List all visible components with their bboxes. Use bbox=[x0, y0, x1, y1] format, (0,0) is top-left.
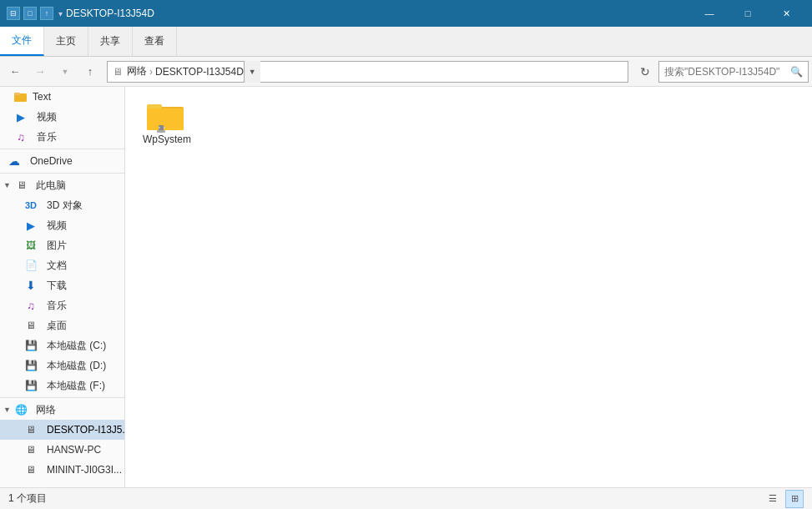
large-icon-view-button[interactable]: ⊞ bbox=[785, 490, 804, 508]
hansw-icon: 🖥 bbox=[23, 442, 38, 457]
titlebar-icon-1: ⊟ bbox=[7, 7, 20, 20]
detail-view-button[interactable]: ☰ bbox=[764, 490, 782, 508]
titlebar-quick-access: ⊟ □ ↑ bbox=[7, 7, 53, 20]
sidebar-item-3dobject[interactable]: 3D 3D 对象 bbox=[0, 195, 124, 215]
sidebar-item-diskd[interactable]: 💾 本地磁盘 (D:) bbox=[0, 355, 124, 375]
minint-icon: 🖥 bbox=[23, 462, 38, 477]
music-icon-1: ♫ bbox=[13, 129, 28, 144]
video-icon-1: ▶ bbox=[13, 109, 28, 124]
titlebar-icon-2: □ bbox=[23, 7, 37, 20]
search-box[interactable]: 🔍 bbox=[658, 61, 809, 83]
svg-rect-6 bbox=[157, 130, 165, 133]
statusbar-right: ☰ ⊞ bbox=[764, 490, 804, 508]
back-button[interactable]: ← bbox=[3, 60, 27, 83]
ribbon-tab-view[interactable]: 查看 bbox=[133, 27, 177, 56]
divider-2 bbox=[0, 173, 124, 174]
toolbar: ← → ▼ ↑ 🖥 网络 › DESKTOP-I13J54D ▼ ↻ 🔍 bbox=[0, 57, 812, 87]
svg-rect-1 bbox=[14, 93, 20, 95]
recent-locations-button[interactable]: ▼ bbox=[53, 60, 77, 83]
network-icon: 🌐 bbox=[14, 402, 29, 417]
search-input[interactable] bbox=[664, 66, 790, 78]
cloud-icon: ☁ bbox=[7, 154, 22, 169]
sidebar-item-doc[interactable]: 📄 文档 bbox=[0, 255, 124, 275]
desktop-icon: 🖥 bbox=[23, 318, 38, 333]
address-sep-1: › bbox=[149, 66, 153, 78]
svg-point-7 bbox=[159, 127, 160, 129]
chevron-network: ▼ bbox=[3, 406, 11, 414]
sidebar-item-onedrive[interactable]: ☁ OneDrive bbox=[0, 151, 124, 171]
3d-icon: 3D bbox=[23, 198, 38, 213]
maximize-button[interactable]: □ bbox=[729, 0, 767, 27]
sidebar-item-music2[interactable]: ♫ 音乐 bbox=[0, 295, 124, 315]
search-icon: 🔍 bbox=[790, 66, 803, 78]
music-icon-2: ♫ bbox=[23, 298, 38, 313]
svg-point-8 bbox=[164, 127, 165, 129]
statusbar: 1 个项目 ☰ ⊞ bbox=[0, 487, 812, 509]
desktop-net-icon: 🖥 bbox=[23, 422, 38, 437]
folder-wpsystem[interactable]: WpSystem bbox=[134, 95, 200, 150]
chevron-thispc: ▼ bbox=[3, 181, 11, 189]
disk-c-icon: 💾 bbox=[23, 338, 38, 353]
svg-rect-4 bbox=[147, 108, 184, 130]
sidebar-item-desktop-i13[interactable]: 🖥 DESKTOP-I13J5... bbox=[0, 420, 124, 440]
sidebar-item-image[interactable]: 🖼 图片 bbox=[0, 235, 124, 255]
address-computer-icon: 🖥 bbox=[113, 66, 123, 78]
status-count: 1 个项目 bbox=[8, 491, 47, 506]
divider-3 bbox=[0, 397, 124, 398]
ribbon-tab-home[interactable]: 主页 bbox=[44, 27, 88, 56]
sidebar-item-download[interactable]: ⬇ 下载 bbox=[0, 275, 124, 295]
disk-d-icon: 💾 bbox=[23, 358, 38, 373]
titlebar-icon-3: ↑ bbox=[40, 7, 53, 20]
sidebar-item-thispc[interactable]: ▼ 🖥 此电脑 bbox=[0, 175, 124, 195]
titlebar-title: DESKTOP-I13J54D bbox=[66, 8, 690, 19]
sidebar-item-hansw[interactable]: 🖥 HANSW-PC bbox=[0, 440, 124, 460]
divider-1 bbox=[0, 149, 124, 149]
ribbon-tab-file[interactable]: 文件 bbox=[0, 27, 44, 56]
close-button[interactable]: ✕ bbox=[767, 0, 805, 27]
window-controls: — □ ✕ bbox=[690, 0, 805, 27]
ribbon: 文件 主页 共享 查看 bbox=[0, 27, 812, 57]
sidebar-item-video2[interactable]: ▶ 视频 bbox=[0, 215, 124, 235]
folder-icon bbox=[13, 89, 28, 104]
disk-f-icon: 💾 bbox=[23, 378, 38, 393]
download-icon: ⬇ bbox=[23, 278, 38, 293]
sidebar-item-minint[interactable]: 🖥 MININT-JI0G3I... bbox=[0, 460, 124, 480]
wpsystem-label: WpSystem bbox=[143, 134, 191, 145]
titlebar-dropdown-arrow[interactable]: ▾ bbox=[58, 9, 63, 18]
address-dropdown-button[interactable]: ▼ bbox=[244, 61, 260, 83]
sidebar-item-diskc[interactable]: 💾 本地磁盘 (C:) bbox=[0, 335, 124, 355]
titlebar: ⊟ □ ↑ ▾ DESKTOP-I13J54D — □ ✕ bbox=[0, 0, 812, 27]
sidebar-item-desktop[interactable]: 🖥 桌面 bbox=[0, 315, 124, 335]
up-button[interactable]: ↑ bbox=[78, 60, 102, 83]
minimize-button[interactable]: — bbox=[690, 0, 729, 27]
pc-icon: 🖥 bbox=[14, 178, 29, 193]
sidebar-item-diskf[interactable]: 💾 本地磁盘 (F:) bbox=[0, 375, 124, 396]
content-area: WpSystem bbox=[125, 87, 812, 487]
forward-button[interactable]: → bbox=[28, 60, 52, 83]
sidebar: Text ▶ 视频 ♫ 音乐 ☁ OneDrive ▼ 🖥 此电脑 3D 3D … bbox=[0, 87, 125, 487]
wpsystem-folder-icon bbox=[147, 100, 187, 134]
image-icon: 🖼 bbox=[23, 238, 38, 253]
address-bar[interactable]: 🖥 网络 › DESKTOP-I13J54D ▼ bbox=[107, 61, 628, 83]
address-desktop: DESKTOP-I13J54D bbox=[155, 66, 244, 78]
refresh-button[interactable]: ↻ bbox=[633, 60, 657, 83]
address-network: 网络 bbox=[127, 64, 147, 78]
sidebar-item-network[interactable]: ▼ 🌐 网络 bbox=[0, 400, 124, 420]
ribbon-tab-share[interactable]: 共享 bbox=[88, 27, 133, 56]
sidebar-item-text[interactable]: Text bbox=[0, 87, 124, 107]
sidebar-item-music1[interactable]: ♫ 音乐 bbox=[0, 127, 124, 147]
video-icon-2: ▶ bbox=[23, 218, 38, 233]
sidebar-item-video1[interactable]: ▶ 视频 bbox=[0, 107, 124, 127]
doc-icon: 📄 bbox=[23, 258, 38, 273]
main-area: Text ▶ 视频 ♫ 音乐 ☁ OneDrive ▼ 🖥 此电脑 3D 3D … bbox=[0, 87, 812, 487]
